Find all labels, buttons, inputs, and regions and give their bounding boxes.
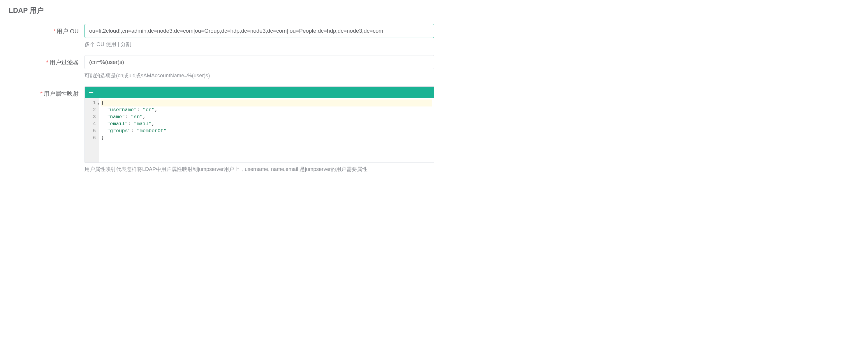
line-number: 2 [85,107,99,113]
editor-gutter: 1▼ 2 3 4 5 6 [85,98,99,163]
label-user-filter: *用户过滤器 [9,55,85,79]
code-area[interactable]: { "username": "cn", "name": "sn", "email… [99,98,434,163]
form-item-user-filter: *用户过滤器 可能的选项是(cn或uid或sAMAccountName=%(us… [9,55,859,79]
user-ou-help: 多个 OU 使用 | 分割 [85,41,434,48]
label-user-filter-text: 用户过滤器 [50,59,79,66]
code-line: "username": "cn", [101,107,432,113]
code-line: "name": "sn", [101,113,432,120]
code-line: "groups": "memberOf" [101,128,432,135]
code-line: "email": "mail", [101,120,432,128]
line-number: 3 [85,113,99,120]
label-attr-map-text: 用户属性映射 [44,90,79,97]
label-attr-map: *用户属性映射 [9,86,85,173]
user-filter-input[interactable] [85,55,434,69]
editor-toolbar [85,87,434,98]
required-asterisk: * [40,90,42,97]
line-number: 5 [85,128,99,135]
required-asterisk: * [46,59,49,66]
user-ou-input[interactable] [85,24,434,38]
user-filter-help: 可能的选项是(cn或uid或sAMAccountName=%(user)s) [85,72,434,79]
label-user-ou: *用户 OU [9,24,85,48]
line-number: 1▼ [85,100,99,107]
form-item-attr-map: *用户属性映射 1▼ 2 3 [9,86,859,173]
section-title: LDAP 用户 [9,6,859,15]
attr-map-editor[interactable]: 1▼ 2 3 4 5 6 { "username": "cn", "name":… [85,86,434,163]
form-item-user-ou: *用户 OU 多个 OU 使用 | 分割 [9,24,859,48]
format-icon[interactable] [88,90,94,95]
line-number: 4 [85,120,99,128]
code-line: } [101,135,432,141]
ldap-user-section: LDAP 用户 *用户 OU 多个 OU 使用 | 分割 *用户过滤器 可能的选… [9,6,859,173]
label-user-ou-text: 用户 OU [57,28,79,34]
line-number: 6 [85,135,99,141]
editor-body[interactable]: 1▼ 2 3 4 5 6 { "username": "cn", "name":… [85,98,434,163]
required-asterisk: * [53,28,56,34]
code-line: { [101,100,432,107]
attr-map-help: 用户属性映射代表怎样将LDAP中用户属性映射到jumpserver用户上，use… [85,166,434,173]
